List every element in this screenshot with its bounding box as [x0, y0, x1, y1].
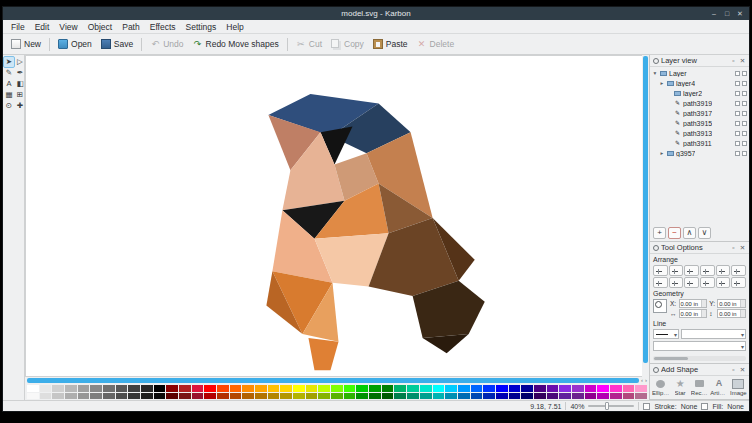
- color-swatch[interactable]: [394, 393, 406, 400]
- color-swatch[interactable]: [585, 393, 597, 400]
- color-swatch[interactable]: [90, 393, 102, 400]
- color-swatch[interactable]: [394, 385, 406, 392]
- select-tool[interactable]: ➤: [4, 57, 14, 67]
- expander-icon[interactable]: ▾: [652, 70, 658, 76]
- layer-tree-item[interactable]: ▸g3957: [650, 148, 749, 158]
- color-swatch[interactable]: [318, 393, 330, 400]
- vertical-scrollbar-thumb[interactable]: [643, 56, 648, 363]
- close-icon[interactable]: [736, 7, 744, 20]
- stroke-width-select[interactable]: [681, 329, 746, 339]
- color-swatch[interactable]: [242, 385, 254, 392]
- color-swatch[interactable]: [496, 385, 508, 392]
- color-swatch[interactable]: [344, 393, 356, 400]
- color-swatch[interactable]: [65, 393, 77, 400]
- menu-settings[interactable]: Settings: [181, 20, 222, 34]
- align-top-button[interactable]: [700, 265, 715, 276]
- color-swatch[interactable]: [610, 393, 622, 400]
- color-swatch[interactable]: [217, 385, 229, 392]
- canvas-drawing[interactable]: [26, 56, 642, 376]
- visibility-toggle[interactable]: [735, 101, 740, 106]
- color-swatch[interactable]: [572, 385, 584, 392]
- color-swatch[interactable]: [128, 385, 140, 392]
- visibility-toggle[interactable]: [735, 151, 740, 156]
- visibility-toggle[interactable]: [735, 71, 740, 76]
- color-swatch[interactable]: [623, 393, 635, 400]
- add-layer-button[interactable]: +: [653, 227, 666, 239]
- drawing-polygon[interactable]: [308, 338, 338, 370]
- color-swatch[interactable]: [293, 385, 305, 392]
- artistic-text-tool[interactable]: A: [4, 79, 14, 89]
- redo-button[interactable]: ↷Redo Move shapes: [189, 37, 283, 51]
- lock-toggle[interactable]: [742, 111, 747, 116]
- close-panel-icon[interactable]: ✕: [739, 242, 746, 254]
- add-star-shape[interactable]: ★Star: [671, 378, 688, 396]
- color-swatch[interactable]: [331, 385, 343, 392]
- color-swatch[interactable]: [306, 393, 318, 400]
- add-ellipse-shape[interactable]: Ellipse: [652, 378, 669, 396]
- color-swatch[interactable]: [255, 385, 267, 392]
- save-button[interactable]: Save: [97, 37, 137, 51]
- color-swatch[interactable]: [534, 385, 546, 392]
- color-swatch[interactable]: [521, 385, 533, 392]
- delete-layer-button[interactable]: −: [668, 227, 681, 239]
- color-swatch[interactable]: [179, 385, 191, 392]
- align-hcenter-button[interactable]: [669, 265, 684, 276]
- color-swatch[interactable]: [318, 385, 330, 392]
- align-left-button[interactable]: [653, 265, 668, 276]
- layer-tree-item[interactable]: ✎path3917: [650, 108, 749, 118]
- visibility-toggle[interactable]: [735, 131, 740, 136]
- color-swatch[interactable]: [217, 393, 229, 400]
- width-spinbox[interactable]: 0.00 in: [679, 309, 708, 318]
- raise-layer-button[interactable]: ∧: [683, 227, 696, 239]
- lower-layer-button[interactable]: ∨: [698, 227, 711, 239]
- expander-icon[interactable]: ▸: [659, 150, 665, 156]
- color-swatch[interactable]: [509, 385, 521, 392]
- color-swatch[interactable]: [585, 385, 597, 392]
- scroll-left-icon[interactable]: ‹: [641, 378, 643, 383]
- color-swatch[interactable]: [559, 393, 571, 400]
- close-panel-icon[interactable]: ✕: [739, 55, 746, 67]
- color-swatch[interactable]: [78, 385, 90, 392]
- minimize-icon[interactable]: [710, 7, 718, 20]
- color-swatch[interactable]: [40, 385, 52, 392]
- color-swatch[interactable]: [623, 385, 635, 392]
- color-swatch[interactable]: [356, 385, 368, 392]
- zoom-tool[interactable]: ⊙: [4, 101, 14, 111]
- color-swatch[interactable]: [433, 385, 445, 392]
- menu-view[interactable]: View: [54, 20, 82, 34]
- color-swatch[interactable]: [407, 385, 419, 392]
- color-swatch[interactable]: [90, 385, 102, 392]
- menu-effects[interactable]: Effects: [145, 20, 181, 34]
- open-folder-button[interactable]: Open: [54, 37, 96, 51]
- color-swatch[interactable]: [166, 385, 178, 392]
- color-swatch[interactable]: [331, 393, 343, 400]
- color-swatch[interactable]: [103, 393, 115, 400]
- position-anchor-widget[interactable]: [653, 299, 667, 313]
- layer-tree-item[interactable]: ✎path3913: [650, 128, 749, 138]
- float-panel-icon[interactable]: ▫: [730, 55, 737, 67]
- layer-tree-item[interactable]: ✎path3911: [650, 138, 749, 148]
- expander-icon[interactable]: ▸: [659, 80, 665, 86]
- color-swatch[interactable]: [230, 393, 242, 400]
- color-swatch[interactable]: [52, 385, 64, 392]
- color-swatch[interactable]: [192, 385, 204, 392]
- color-swatch[interactable]: [496, 393, 508, 400]
- edit-shapes-tool[interactable]: ▷: [15, 57, 25, 67]
- vertical-scrollbar[interactable]: [642, 55, 649, 377]
- color-swatch[interactable]: [445, 385, 457, 392]
- layer-tree-item[interactable]: layer2: [650, 88, 749, 98]
- layer-tree-item[interactable]: ▾Layer: [650, 68, 749, 78]
- color-swatch[interactable]: [483, 393, 495, 400]
- canvas[interactable]: [25, 55, 642, 377]
- y-position-spinbox[interactable]: 0.00 in: [717, 299, 746, 308]
- lock-toggle[interactable]: [742, 81, 747, 86]
- menu-path[interactable]: Path: [117, 20, 145, 34]
- color-swatch[interactable]: [509, 393, 521, 400]
- align-bottom-button[interactable]: [731, 265, 746, 276]
- zoom-level[interactable]: 40%: [570, 403, 584, 410]
- pan-tool[interactable]: ✚: [15, 101, 25, 111]
- float-panel-icon[interactable]: ▫: [730, 242, 737, 254]
- color-swatch[interactable]: [534, 393, 546, 400]
- tool-options-header[interactable]: Tool Options ▫ ✕: [650, 242, 749, 254]
- lock-toggle[interactable]: [742, 141, 747, 146]
